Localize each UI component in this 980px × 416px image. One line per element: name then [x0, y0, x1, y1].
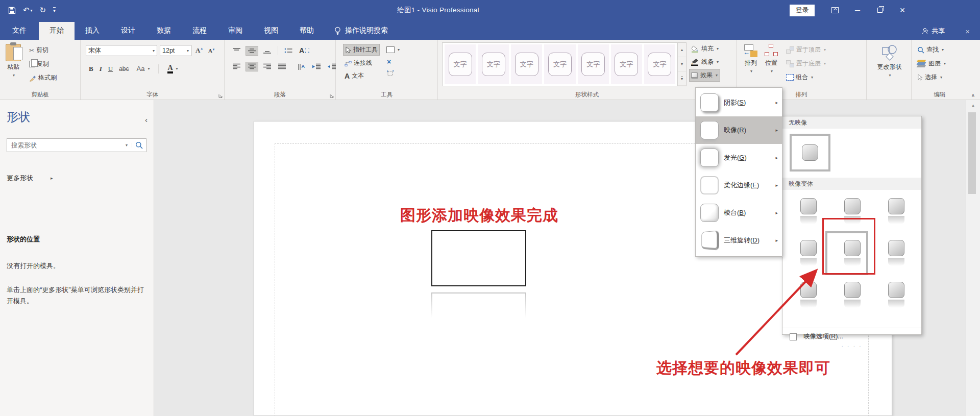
effects-button[interactable]: 效果▾	[689, 69, 720, 82]
signin-button[interactable]: 登录	[790, 5, 815, 16]
collapse-panel-icon[interactable]: ‹	[145, 115, 148, 124]
tab-design[interactable]: 设计	[110, 22, 146, 40]
tab-view[interactable]: 视图	[253, 22, 289, 40]
reflection-variant[interactable]	[874, 237, 918, 279]
undo-button[interactable]: ↶▾	[23, 6, 33, 15]
align-top-button[interactable]	[231, 46, 242, 55]
select-button[interactable]: 选择▾	[916, 72, 966, 83]
change-case-button[interactable]: Aa▾	[135, 64, 151, 74]
arrange-button[interactable]: ← 排列 ▾	[742, 42, 760, 83]
tab-process[interactable]: 流程	[182, 22, 217, 40]
free-transform-icon[interactable]	[386, 69, 395, 77]
cut-button[interactable]: ✂剪切	[28, 45, 58, 56]
paragraph-dialog-launcher[interactable]	[330, 94, 334, 98]
search-dropdown-icon[interactable]: ▾	[121, 143, 132, 148]
scroll-up-icon[interactable]: ▴	[966, 100, 980, 111]
tell-me-search[interactable]: 操作说明搜索	[334, 26, 388, 40]
connector-tool-button[interactable]: 连接线	[343, 58, 380, 68]
shape-search-input[interactable]	[11, 142, 120, 149]
menu-resize-grip[interactable]: ∙ ∙ ∙ ∙	[782, 343, 921, 349]
font-family-combo[interactable]: 宋体▾	[86, 45, 157, 56]
send-to-back-button[interactable]: 置于底层▾	[785, 58, 827, 69]
style-swatch[interactable]: 文字	[445, 44, 476, 84]
reflection-variant[interactable]	[874, 195, 918, 237]
justify-button[interactable]	[276, 62, 288, 71]
scrollbar-thumb[interactable]	[968, 112, 976, 194]
position-button[interactable]: 位置 ▾	[762, 42, 780, 83]
gallery-scroll-up[interactable]: ▴	[678, 43, 686, 57]
paste-button[interactable]: 粘贴 ▾	[3, 42, 23, 83]
tab-file[interactable]: 文件	[0, 22, 39, 40]
underline-button[interactable]: U	[108, 65, 113, 73]
effects-menu-item-bevel[interactable]: 棱台(B) ▸	[696, 199, 782, 227]
style-swatch[interactable]: 文字	[511, 44, 542, 84]
change-shape-button[interactable]: 更改形状 ▾	[870, 43, 909, 79]
group-button[interactable]: 组合▾	[785, 72, 827, 83]
reflection-variant[interactable]	[787, 279, 830, 321]
reflection-variant[interactable]	[830, 279, 874, 321]
tab-home[interactable]: 开始	[39, 22, 75, 40]
text-direction-button[interactable]: A	[296, 62, 307, 71]
reflection-variant[interactable]	[874, 279, 918, 321]
find-button[interactable]: 查找▾	[916, 44, 966, 55]
text-tool-button[interactable]: A 文本	[343, 70, 380, 81]
tab-help[interactable]: 帮助	[289, 22, 325, 40]
reflection-options-item[interactable]: 映像选项(R)...	[782, 328, 921, 341]
align-center-button[interactable]	[246, 62, 258, 71]
no-reflection-option[interactable]	[790, 134, 830, 172]
bring-to-front-button[interactable]: 置于顶层▾	[785, 44, 827, 55]
bullets-button[interactable]	[283, 46, 295, 55]
save-icon[interactable]	[8, 7, 16, 14]
shrink-font-button[interactable]: A▾	[207, 46, 216, 55]
decrease-indent-button[interactable]	[310, 62, 323, 71]
customize-qat-button[interactable]: ▾	[53, 7, 56, 13]
search-icon[interactable]	[135, 141, 143, 149]
effects-menu-item-3d-rotation[interactable]: 三维旋转(D) ▸	[696, 227, 782, 254]
rectangle-shape[interactable]	[431, 230, 526, 286]
rotate-text-button[interactable]: A	[298, 45, 311, 56]
gallery-scroll-down[interactable]: ▾	[678, 57, 686, 71]
tab-data[interactable]: 数据	[146, 22, 182, 40]
font-size-combo[interactable]: 12pt▾	[160, 45, 191, 56]
effects-menu-item-glow[interactable]: 发光(G) ▸	[696, 144, 782, 172]
effects-menu-item-soft-edges[interactable]: 柔化边缘(E) ▸	[696, 172, 782, 199]
font-color-button[interactable]: A▾	[166, 63, 179, 75]
close-button[interactable]: ×	[891, 3, 914, 18]
format-painter-button[interactable]: 格式刷	[28, 72, 58, 83]
fill-button[interactable]: 填充▾	[689, 42, 720, 55]
rectangle-tool-button[interactable]: ▾	[385, 45, 401, 54]
tab-review[interactable]: 审阅	[217, 22, 253, 40]
ribbon-display-options-button[interactable]	[824, 3, 846, 18]
style-swatch[interactable]: 文字	[578, 44, 609, 84]
tab-insert[interactable]: 插入	[75, 22, 110, 40]
align-right-button[interactable]	[261, 62, 273, 71]
restore-button[interactable]	[869, 3, 891, 18]
effects-menu-item-reflection[interactable]: 映像(R) ▸	[696, 116, 782, 144]
line-button[interactable]: 线条▾	[689, 56, 720, 68]
align-bottom-button[interactable]	[261, 46, 273, 55]
bold-button[interactable]: B	[89, 65, 93, 73]
close-drawing-button[interactable]: ×	[965, 27, 970, 36]
grow-font-button[interactable]: A▴	[194, 45, 204, 56]
gallery-more-button[interactable]: ▾	[678, 71, 686, 86]
font-dialog-launcher[interactable]	[218, 94, 223, 98]
style-swatch[interactable]: 文字	[611, 44, 642, 84]
pointer-tool-button[interactable]: 指针工具	[343, 44, 380, 56]
effects-menu-item-shadow[interactable]: 阴影(S) ▸	[696, 89, 782, 116]
more-shapes-button[interactable]: 更多形状 ▸	[7, 174, 146, 183]
align-left-button[interactable]	[231, 62, 242, 71]
strikethrough-button[interactable]: abc	[119, 65, 129, 72]
style-swatch[interactable]: 文字	[544, 44, 575, 84]
style-swatch[interactable]: 文字	[478, 44, 509, 84]
copy-button[interactable]: 复制	[28, 59, 58, 69]
align-middle-button[interactable]	[246, 46, 258, 56]
layers-button[interactable]: 图层▾	[916, 58, 966, 69]
style-swatch[interactable]: 文字	[644, 44, 675, 84]
collapse-ribbon-button[interactable]: ∧	[971, 92, 975, 98]
redo-button[interactable]: ↻	[40, 6, 46, 15]
italic-button[interactable]: I	[100, 65, 102, 73]
vertical-scrollbar[interactable]: ▴	[966, 100, 980, 416]
connection-point-tool-button[interactable]: ×	[385, 58, 401, 66]
share-button[interactable]: 共享	[922, 27, 945, 36]
minimize-button[interactable]: ─	[846, 3, 869, 18]
